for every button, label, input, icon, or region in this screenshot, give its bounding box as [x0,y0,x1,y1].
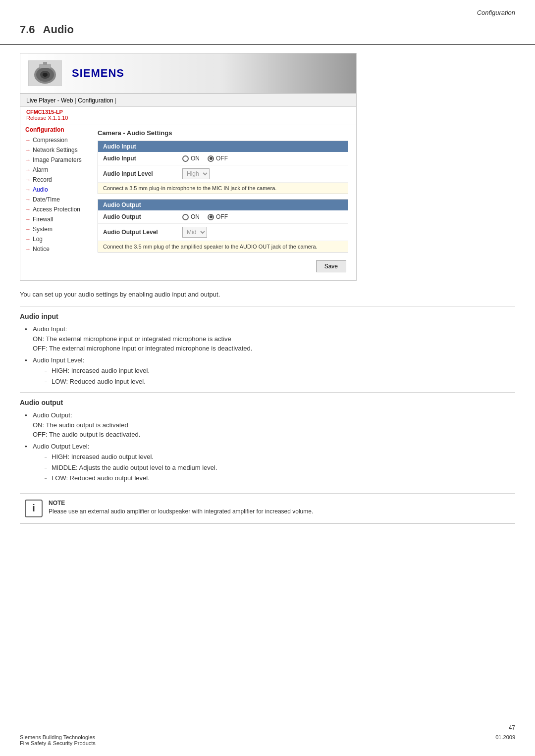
audio-output-level-value: Mid [182,227,207,238]
audio-output-info-text: Connect the 3.5 mm plug of the amplified… [98,241,348,252]
footer-left: Siemens Building Technologies Fire Safet… [20,734,96,746]
sidebar-item-image-parameters[interactable]: → Image Parameters [20,155,90,165]
list-item: Audio Output: ON: The audio output is ac… [25,410,515,440]
arrow-icon: → [25,167,31,173]
arrow-icon: → [25,197,31,202]
camera-logo [28,60,62,86]
arrow-icon: → [25,147,31,153]
arrow-icon: → [25,187,31,193]
bullet-label: Audio Output Level: [33,443,89,450]
list-item: MIDDLE: Adjusts the audio output level t… [43,463,515,473]
audio-output-off-option[interactable]: OFF [208,213,228,220]
audio-output-on-option[interactable]: ON [182,213,200,220]
bullet-detail-off: OFF: The audio output is deactivated. [33,431,140,438]
audio-output-level-select[interactable]: Mid [182,227,207,238]
sub-item: HIGH: Increased audio output level. [52,453,154,460]
list-item: Audio Input: ON: The external microphone… [25,324,515,353]
section-title: 7.6Audio [0,18,535,45]
arrow-icon: → [25,157,31,163]
arrow-icon: → [25,226,31,232]
sidebar-item-audio[interactable]: → Audio [20,185,90,195]
save-btn-row: Save [98,257,348,275]
page-footer: Siemens Building Technologies Fire Safet… [20,734,515,746]
panel-body: Configuration → Compression → Network Se… [20,124,356,280]
arrow-icon: → [25,246,31,252]
note-content: NOTE Please use an external audio amplif… [49,500,313,515]
audio-input-value: ON OFF [182,155,228,162]
audio-input-header: Audio Input [98,141,348,152]
sidebar-item-notice[interactable]: → Notice [20,244,90,254]
sidebar-item-network-settings[interactable]: → Network Settings [20,145,90,155]
arrow-icon: → [25,206,31,212]
audio-output-section: Audio Output Audio Output ON [98,199,348,252]
note-text: Please use an external audio amplifier o… [49,508,313,515]
bullet-label: Audio Input Level: [33,356,84,364]
arrow-icon: → [25,236,31,242]
panel-nav: Live Player - Web | Configuration | [20,94,356,107]
audio-output-level-row: Audio Output Level Mid [98,224,348,241]
sub-list: HIGH: Increased audio output level. MIDD… [43,452,515,483]
audio-input-radio-group: ON OFF [182,155,228,162]
radio-off-circle [208,155,214,162]
note-title: NOTE [49,500,313,506]
page-number: 47 [509,724,515,731]
sidebar-item-access-protection[interactable]: → Access Protection [20,204,90,214]
content-body: You can set up your audio settings by en… [0,281,535,534]
audio-input-level-value: High [182,168,210,179]
nav-live-player[interactable]: Live Player - Web [26,97,73,104]
sub-item: LOW: Reduced audio output level. [52,474,150,482]
info-icon: i [25,500,43,517]
list-item: HIGH: Increased audio input level. [43,366,515,376]
arrow-icon: → [25,177,31,183]
audio-input-info-text: Connect a 3.5 mm plug-in microphone to t… [98,183,348,194]
sidebar-item-log[interactable]: → Log [20,234,90,244]
sidebar-item-system[interactable]: → System [20,224,90,234]
audio-input-level-select[interactable]: High [182,168,210,179]
panel-header: SIEMENS [20,53,356,94]
radio-on-circle [182,155,189,162]
audio-input-off-label: OFF [216,155,228,162]
bullet-detail-off: OFF: The external microphone input or in… [33,345,252,352]
sidebar-item-record[interactable]: → Record [20,175,90,185]
list-item: LOW: Reduced audio input level. [43,377,515,387]
sidebar-item-datetime[interactable]: → Date/Time [20,195,90,204]
section-number: 7.6 [20,23,35,36]
audio-input-level-label: Audio Input Level [103,170,182,177]
audio-input-label: Audio Input [103,155,182,162]
sidebar-item-compression[interactable]: → Compression [20,135,90,145]
camera-dome-icon [29,61,61,86]
audio-output-label: Audio Output [103,213,182,220]
device-info: CFMC1315-LP Release X.1.1.10 [20,107,356,124]
camera-panel: SIEMENS Live Player - Web | Configuratio… [20,53,357,281]
footer-division: Fire Safety & Security Products [20,740,96,746]
audio-input-on-option[interactable]: ON [182,155,200,162]
nav-separator2: | [113,97,116,104]
sidebar-item-alarm[interactable]: → Alarm [20,165,90,175]
audio-output-value: ON OFF [182,213,228,220]
nav-separator1: | [73,97,78,104]
radio-output-on-circle [182,214,189,220]
audio-input-level-row: Audio Input Level High [98,165,348,183]
intro-text: You can set up your audio settings by en… [20,291,515,298]
audio-output-level-label: Audio Output Level [103,229,182,236]
panel-sidebar: Configuration → Compression → Network Se… [20,124,90,280]
audio-output-section-title: Audio output [20,399,515,406]
save-button[interactable]: Save [316,260,346,272]
audio-input-off-option[interactable]: OFF [208,155,228,162]
bullet-detail-on: ON: The audio output is activated [33,421,128,429]
sub-item: HIGH: Increased audio input level. [52,367,150,374]
sidebar-item-firewall[interactable]: → Firewall [20,214,90,224]
audio-input-section: Audio Input Audio Input ON [98,141,348,194]
list-item: HIGH: Increased audio output level. [43,452,515,462]
footer-company: Siemens Building Technologies [20,734,96,740]
audio-output-bullet-list: Audio Output: ON: The audio output is ac… [25,410,515,483]
audio-input-row: Audio Input ON OFF [98,152,348,165]
svg-point-4 [43,73,48,77]
divider-2 [20,392,515,393]
bullet-label: Audio Output: [33,411,72,419]
divider-1 [20,306,515,306]
sidebar-title: Configuration [20,124,90,135]
nav-configuration[interactable]: Configuration [78,97,113,104]
arrow-icon: → [25,216,31,222]
brand-logo: SIEMENS [72,67,124,80]
